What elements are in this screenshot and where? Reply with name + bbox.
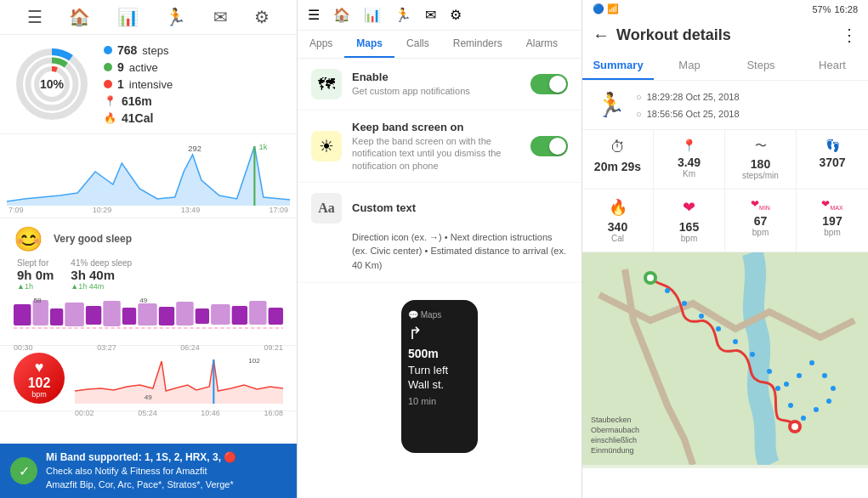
- workout-stats-row1: ⏱ 20m 29s 📍 3.49 Km 〜 180 steps/min 👣 37…: [582, 129, 868, 190]
- svg-point-40: [716, 326, 721, 331]
- fitness-content: 10% 768 steps 9 active 1 intensive: [0, 35, 297, 444]
- status-icons: 🔵 📶: [593, 3, 619, 14]
- svg-rect-15: [65, 303, 83, 326]
- brightness-icon: ☀: [311, 131, 342, 161]
- back-icon[interactable]: ←: [593, 25, 610, 45]
- page-title: Workout details: [616, 26, 834, 44]
- svg-text:292: 292: [188, 144, 201, 153]
- phone-mockup-container: 💬 Maps ↱ 500m Turn left Wall st. 10 min: [298, 283, 582, 470]
- custom-text-section: Aa Custom text Direction icon (ex. →) • …: [298, 183, 582, 284]
- stat-steps-count: 👣 3707: [797, 130, 868, 189]
- nav-alarms[interactable]: Alarms: [514, 31, 570, 58]
- phone-distance: 500m: [408, 347, 471, 360]
- maps-menu-icon[interactable]: ☰: [308, 7, 320, 23]
- tab-heart[interactable]: Heart: [797, 52, 868, 80]
- svg-point-50: [822, 373, 827, 378]
- svg-rect-17: [103, 301, 120, 326]
- svg-point-37: [665, 288, 670, 293]
- nav-reminders[interactable]: Reminders: [441, 31, 514, 58]
- workout-end-time: 18:56:56 Oct 25, 2018: [647, 109, 740, 119]
- band-screen-setting-row: ☀ Keep band screen on Keep the band scre…: [311, 121, 568, 172]
- stats-icon[interactable]: 📊: [117, 7, 139, 27]
- ring-percentage: 10%: [40, 77, 64, 91]
- maps-home-icon[interactable]: 🏠: [333, 7, 350, 23]
- distance-stat: 📍 616m: [104, 94, 173, 108]
- enable-setting: 🗺 Enable Get custom app notifications: [298, 59, 582, 110]
- phone-mockup: 💬 Maps ↱ 500m Turn left Wall st. 10 min: [401, 300, 478, 453]
- mi-band-banner[interactable]: ✓ Mi Band supported: 1, 1S, 2, HRX, 3, 🔴…: [0, 444, 297, 498]
- workout-stats-row2: 🔥 340 Cal ❤ 165 bpm ❤MIN 67 bpm ❤MAX 197…: [582, 190, 868, 252]
- band-screen-toggle[interactable]: [530, 136, 568, 156]
- sleep-time-labels: 00:30 03:27 06:24 09:21: [14, 343, 283, 352]
- svg-text:einschließlich: einschließlich: [591, 436, 637, 444]
- enable-toggle[interactable]: [530, 74, 568, 94]
- run-icon[interactable]: 🏃: [165, 7, 186, 27]
- home-icon[interactable]: 🏠: [69, 7, 90, 27]
- tab-steps[interactable]: Steps: [725, 52, 797, 80]
- panel-maps: ☰ 🏠 📊 🏃 ✉ ⚙ Apps Maps Calls Reminders Al…: [298, 0, 582, 498]
- svg-rect-21: [176, 302, 193, 325]
- band-screen-text: Keep band screen on Keep the band screen…: [352, 121, 520, 172]
- heart-circle: ♥ 102 bpm: [14, 353, 65, 404]
- sleep-duration-stat: Slept for 9h 0m ▲1h: [17, 258, 54, 291]
- sleep-header: 😊 Very good sleep: [14, 225, 283, 253]
- nav-calls[interactable]: Calls: [394, 31, 441, 58]
- maps-mail-icon[interactable]: ✉: [425, 7, 436, 23]
- maps-app-icon: 🗺: [311, 69, 342, 99]
- fire-icon: 🔥: [609, 198, 627, 217]
- maps-run-icon[interactable]: 🏃: [394, 7, 411, 23]
- maps-filter-icon[interactable]: ⚙: [450, 7, 462, 23]
- menu-icon[interactable]: ☰: [27, 7, 43, 27]
- workout-tabs: Summary Map Steps Heart: [582, 52, 868, 81]
- svg-rect-20: [159, 307, 174, 325]
- svg-point-57: [791, 423, 798, 430]
- phone-instruction: Turn left Wall st.: [408, 364, 471, 393]
- stat-calories: 🔥 340 Cal: [582, 190, 654, 252]
- status-right: 57% 16:28: [812, 4, 858, 14]
- banner-text: Mi Band supported: 1, 1S, 2, HRX, 3, 🔴 C…: [46, 450, 236, 491]
- svg-text:1k: 1k: [259, 143, 268, 151]
- sleep-deep-stat: 41% deep sleep 3h 40m ▲1h 44m: [71, 258, 132, 291]
- intensive-stat: 1 intensive: [104, 77, 173, 91]
- mail-icon[interactable]: ✉: [213, 7, 228, 27]
- sleep-section: 😊 Very good sleep Slept for 9h 0m ▲1h 41…: [0, 218, 297, 346]
- svg-rect-23: [211, 304, 230, 325]
- activity-ring-section: 10% 768 steps 9 active 1 intensive: [0, 35, 297, 134]
- svg-text:49: 49: [145, 393, 153, 401]
- heart-chart-svg: 102 49: [75, 353, 283, 404]
- sleep-emoji-icon: 😊: [14, 225, 43, 253]
- activity-ring: 10%: [14, 46, 90, 122]
- status-bar: 🔵 📶 57% 16:28: [582, 0, 868, 18]
- tab-map[interactable]: Map: [654, 52, 725, 80]
- svg-text:49: 49: [139, 297, 148, 304]
- svg-text:102: 102: [248, 357, 260, 365]
- distance-icon: 📍: [682, 139, 696, 152]
- battery-percent: 57%: [812, 4, 831, 14]
- maps-stats-icon[interactable]: 📊: [364, 7, 381, 23]
- map-thumbnail[interactable]: Staubecken Obermaubach einschließlich Ei…: [582, 252, 868, 468]
- heart-rate-section: ♥ 102 bpm 102 49: [0, 346, 297, 411]
- svg-rect-22: [196, 308, 209, 324]
- svg-rect-25: [249, 301, 266, 325]
- svg-point-39: [699, 314, 704, 319]
- steps-icon: 👣: [825, 139, 840, 152]
- workout-start-time: 18:29:28 Oct 25, 2018: [647, 92, 740, 102]
- svg-point-46: [801, 416, 806, 421]
- activity-chart-section: 1k 292 7:09 10:29 13:49 17:09: [0, 134, 297, 218]
- tab-summary[interactable]: Summary: [582, 52, 654, 80]
- svg-text:Obermaubach: Obermaubach: [591, 426, 639, 434]
- custom-text-header: Aa Custom text: [311, 193, 568, 224]
- svg-point-45: [788, 403, 793, 408]
- activity-stats: 768 steps 9 active 1 intensive 📍 616m: [104, 43, 173, 125]
- svg-point-51: [809, 360, 814, 365]
- svg-rect-12: [14, 304, 31, 325]
- phone-direction-icon: ↱: [408, 323, 471, 343]
- fitness-header: ☰ 🏠 📊 🏃 ✉ ⚙: [0, 0, 297, 35]
- nav-apps[interactable]: Apps: [298, 31, 344, 58]
- stat-cadence: 〜 180 steps/min: [725, 130, 797, 189]
- settings-icon[interactable]: ⚙: [254, 7, 269, 27]
- more-options-icon[interactable]: ⋮: [841, 25, 858, 45]
- phone-maps-label: 💬 Maps: [408, 310, 471, 320]
- custom-text-body: Direction icon (ex. →) • Next direction …: [352, 230, 568, 273]
- nav-maps[interactable]: Maps: [344, 31, 394, 58]
